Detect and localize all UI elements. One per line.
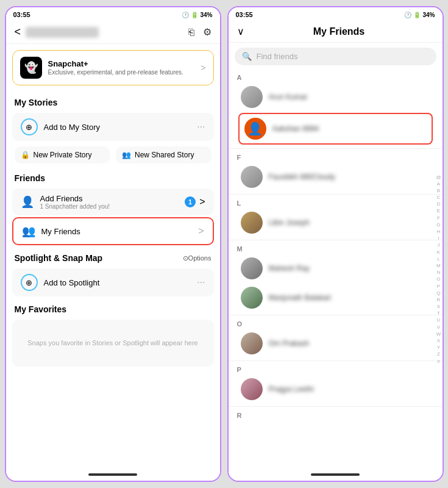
my-stories-header: My Stories (6, 92, 220, 111)
avatar-manjunath (241, 287, 263, 309)
divider-3 (229, 240, 443, 240)
alpha-at[interactable]: @ (436, 174, 441, 181)
alpha-p[interactable]: P (437, 283, 440, 290)
alpha-h[interactable]: H (437, 228, 441, 235)
battery-percent-right: 34% (422, 12, 435, 18)
alpha-hash[interactable]: # (437, 358, 439, 365)
share-button[interactable]: ⎗ (188, 27, 194, 38)
alpha-a[interactable]: A (437, 181, 440, 187)
status-icons-left: 🕐 🔋 34% (182, 12, 212, 18)
spotlight-left: ⊕ Add to Spotlight (21, 274, 100, 291)
alpha-label-p: P (235, 365, 436, 375)
alpha-c[interactable]: C (437, 194, 441, 201)
my-favorites-header: My Favorites (6, 298, 220, 318)
alpha-u[interactable]: U (437, 317, 441, 324)
add-story-dots[interactable]: ··· (197, 121, 205, 132)
battery-percent-left: 34% (200, 12, 212, 18)
add-story-label: Add to My Story (44, 123, 100, 132)
alpha-s[interactable]: S (437, 303, 440, 310)
section-r: R (229, 408, 443, 422)
name-aakshan: Aakshan 8884 (272, 124, 319, 133)
alpha-n[interactable]: N (437, 270, 441, 276)
bottom-pill-left (88, 473, 137, 476)
my-friends-row[interactable]: 👥 My Friends > (12, 217, 214, 245)
search-bar[interactable]: 🔍 Find friends (235, 48, 436, 65)
name-arun: Arun Kumar (269, 93, 308, 101)
spotlight-options[interactable]: ⊙Options (183, 254, 212, 262)
friend-om[interactable]: Om Prakash (235, 329, 436, 358)
section-f: F Fauxbikh 880Cloudy (229, 150, 443, 193)
divider-5 (229, 361, 443, 361)
alpha-j[interactable]: J (437, 242, 439, 249)
right-phone-body: A Arun Kumar 👤 Aakshan 8884 (229, 70, 443, 468)
bottom-bar-left (6, 468, 220, 481)
add-friends-left: 👤 Add Friends 1 Snapchatter added you! (21, 194, 110, 210)
alarm-icon-right: 🕐 (404, 12, 411, 18)
friend-mahesh[interactable]: Mahesh Ray (235, 254, 436, 283)
add-friends-right: 1 > (185, 196, 205, 207)
friends-section-header: Friends (6, 167, 220, 187)
avatar-libin (241, 212, 263, 234)
status-bar-right: 03:55 🕐 🔋 34% (229, 7, 443, 21)
friend-fauxbikh[interactable]: Fauxbikh 880Cloudy (235, 162, 436, 192)
spotlight-dots[interactable]: ··· (197, 277, 205, 288)
status-icons-right: 🕐 🔋 34% (404, 12, 435, 18)
alpha-e[interactable]: E (437, 208, 440, 215)
add-friends-row[interactable]: 👤 Add Friends 1 Snapchatter added you! 1… (12, 188, 214, 215)
my-friends-title: My Friends (244, 26, 434, 37)
settings-button[interactable]: ⚙ (203, 26, 212, 38)
friend-aakshan[interactable]: 👤 Aakshan 8884 (238, 113, 433, 145)
alpha-g[interactable]: G (436, 221, 440, 228)
alpha-w[interactable]: W (436, 331, 441, 337)
alpha-k[interactable]: K (437, 249, 440, 256)
friends-badge: 1 (185, 196, 196, 207)
friend-pragya[interactable]: Pragya Leethi (235, 375, 436, 404)
time-right: 03:55 (236, 11, 253, 18)
alpha-l[interactable]: L (437, 256, 439, 262)
snapchat-plus-arrow: > (201, 63, 205, 73)
divider-4 (229, 315, 443, 315)
back-button[interactable]: < (15, 26, 21, 38)
name-manjunath: Manjunath Balakari (269, 293, 332, 302)
friend-manjunath[interactable]: Manjunath Balakari (235, 283, 436, 312)
add-friends-label: Add Friends (40, 194, 110, 203)
snapchat-plus-banner[interactable]: 👻 Snapchat+ Exclusive, experimental, and… (12, 50, 214, 85)
add-to-spotlight-row[interactable]: ⊕ Add to Spotlight ··· (12, 268, 214, 296)
bottom-bar-right (229, 468, 443, 481)
alpha-z[interactable]: Z (437, 351, 440, 358)
friend-libin[interactable]: Libin Joseph (235, 208, 436, 237)
alpha-y[interactable]: Y (437, 345, 440, 351)
new-shared-story[interactable]: 👥 New Shared Story (116, 146, 212, 163)
favorites-empty-box: Snaps you favorite in Stories or Spotlig… (12, 320, 214, 367)
name-libin: Libin Joseph (269, 218, 310, 227)
search-placeholder: Find friends (257, 52, 298, 61)
name-pragya: Pragya Leethi (269, 385, 314, 393)
alpha-r[interactable]: R (437, 296, 441, 303)
alpha-i[interactable]: I (438, 235, 439, 242)
alpha-d[interactable]: D (437, 201, 441, 208)
alpha-v[interactable]: V (437, 324, 440, 331)
battery-icon: 🔋 (191, 12, 198, 18)
alpha-o[interactable]: O (436, 276, 440, 283)
section-a: A Arun Kumar 👤 Aakshan 8884 (229, 70, 443, 147)
alpha-q[interactable]: Q (436, 290, 440, 296)
alpha-b[interactable]: B (437, 187, 440, 194)
alpha-m[interactable]: M (436, 262, 441, 269)
alpha-label-o: O (235, 319, 436, 329)
battery-icon-right: 🔋 (413, 12, 421, 18)
chevron-down-icon[interactable]: ∨ (237, 26, 244, 37)
avatar-om (241, 332, 263, 354)
add-to-my-story-row[interactable]: ⊕ Add to My Story ··· (12, 113, 214, 141)
alpha-t[interactable]: T (437, 310, 440, 317)
friend-arun[interactable]: Arun Kumar (235, 82, 436, 112)
alarm-icon: 🕐 (182, 12, 189, 18)
alpha-f[interactable]: F (437, 215, 440, 221)
new-private-story[interactable]: 🔒 New Private Story (15, 146, 110, 163)
left-phone-header: < ⎗ ⚙ (6, 21, 220, 44)
divider-1 (229, 148, 443, 149)
spotlight-section-row: Spotlight & Snap Map ⊙Options (6, 247, 220, 267)
add-spotlight-label: Add to Spotlight (44, 278, 100, 287)
add-friends-text: Add Friends 1 Snapchatter added you! (40, 194, 110, 210)
alpha-x[interactable]: X (437, 337, 440, 344)
new-private-label: New Private Story (34, 151, 92, 159)
